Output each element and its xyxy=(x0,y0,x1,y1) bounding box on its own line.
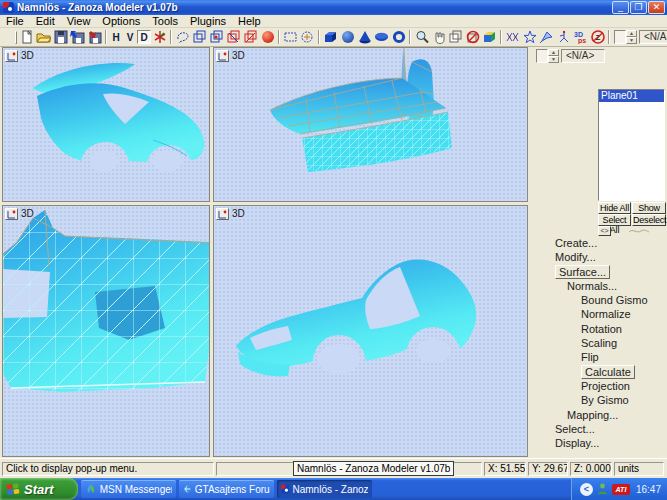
forbid-box-icon[interactable] xyxy=(464,30,481,45)
export-icon[interactable] xyxy=(86,30,103,45)
start-button[interactable]: Start xyxy=(0,478,78,500)
primitive-torus-icon[interactable] xyxy=(390,30,407,45)
save-icon[interactable] xyxy=(52,30,69,45)
textured-box-icon[interactable] xyxy=(481,30,498,45)
toggle-d-button[interactable]: D xyxy=(137,30,151,44)
box-clone-red-icon[interactable] xyxy=(242,30,259,45)
restore-button[interactable]: ❐ xyxy=(630,1,647,14)
marquee-circle-icon[interactable] xyxy=(299,30,316,45)
panel-resize-handle[interactable] xyxy=(612,226,665,236)
menu-label: Rotation xyxy=(581,323,622,335)
z-forbid-icon[interactable]: Z xyxy=(589,30,606,45)
toolbar-grip[interactable] xyxy=(15,31,17,44)
axes-star-icon[interactable] xyxy=(151,30,168,45)
lasso-select-icon[interactable] xyxy=(174,30,191,45)
primitive-cube-icon[interactable] xyxy=(322,30,339,45)
sphere-red-icon[interactable] xyxy=(259,30,276,45)
menu-tools[interactable]: Tools xyxy=(146,15,184,27)
menu-label: Bound Gismo xyxy=(581,294,648,306)
expand-toggle-button[interactable]: <> xyxy=(598,226,611,236)
messenger-tray-icon[interactable] xyxy=(597,483,608,495)
weld-x-icon[interactable] xyxy=(504,30,521,45)
minimize-button[interactable]: _ xyxy=(612,1,629,14)
box-wire-blue-icon[interactable] xyxy=(191,30,208,45)
viewport-3d-top-left[interactable]: 3D xyxy=(2,47,210,202)
title-bar: Namnlös - Zanoza Modeler v1.07b _ ❐ ✕ xyxy=(0,0,667,15)
sidebar-menu-surface[interactable]: Surface... xyxy=(555,265,665,279)
viewport-label: 3D xyxy=(21,208,34,219)
viewport-label: 3D xyxy=(232,50,245,61)
primitive-disc-icon[interactable] xyxy=(373,30,390,45)
viewport-menu-button[interactable] xyxy=(216,208,229,220)
new-file-icon[interactable] xyxy=(18,30,35,45)
sidebar-na-dropdown[interactable]: <N/A> xyxy=(561,49,605,63)
wave-icon xyxy=(628,228,650,234)
viewport-menu-button[interactable] xyxy=(216,50,229,62)
collapse-chevron-icon[interactable]: < xyxy=(580,483,593,496)
viewport-menu-button[interactable] xyxy=(5,208,18,220)
task-gtasajtens-forum[interactable]: GTAsajtens Forum (P... xyxy=(179,480,274,498)
taskbar-clock[interactable]: 16:47 xyxy=(636,484,661,495)
menu-label: Normals... xyxy=(567,280,617,292)
import-icon[interactable] xyxy=(69,30,86,45)
menu-help[interactable]: Help xyxy=(232,15,267,27)
viewport-label: 3D xyxy=(232,208,245,219)
sidebar-menu-projection[interactable]: Projection xyxy=(581,379,665,393)
task-zanoza-modeler[interactable]: Namnlös - Zanoza Mo... xyxy=(277,480,372,498)
sidebar-menu-select[interactable]: Select... xyxy=(555,422,665,436)
viewport-3d-bottom-left[interactable]: 3D xyxy=(2,205,210,457)
sidebar-menu-normals[interactable]: Normals... xyxy=(567,279,665,293)
viewport-3d-top-right[interactable]: 3D xyxy=(213,47,528,202)
toolbar-spinner[interactable]: ▲▼ xyxy=(614,30,637,44)
sidebar-menu-modify[interactable]: Modify... xyxy=(555,250,665,264)
ati-tray-icon[interactable]: ATI xyxy=(612,484,630,495)
menu-edit[interactable]: Edit xyxy=(30,15,61,27)
viewport-menu-button[interactable] xyxy=(5,50,18,62)
box-wire-blue2-icon[interactable] xyxy=(208,30,225,45)
kite-tool-icon[interactable] xyxy=(538,30,555,45)
star-tool-icon[interactable] xyxy=(521,30,538,45)
marquee-rect-icon[interactable] xyxy=(282,30,299,45)
show-all-button[interactable]: Show All xyxy=(632,202,666,214)
task-msn-messenger[interactable]: MSN Messenger xyxy=(81,480,176,498)
menu-view[interactable]: View xyxy=(61,15,97,27)
sidebar-menu-display[interactable]: Display... xyxy=(555,436,665,450)
toggle-v-button[interactable]: V xyxy=(123,30,137,44)
psd-3d-icon[interactable]: 3Dps xyxy=(572,30,589,45)
menu-plugins[interactable]: Plugins xyxy=(184,15,232,27)
messenger-icon xyxy=(85,483,97,495)
sidebar-menu-flip[interactable]: Flip xyxy=(581,350,665,364)
primitive-sphere-icon[interactable] xyxy=(339,30,356,45)
sidebar-spinner[interactable]: ▲▼ xyxy=(536,49,559,63)
sidebar-menu-rotation[interactable]: Rotation xyxy=(581,322,665,336)
sidebar-menu-normalize[interactable]: Normalize xyxy=(581,307,665,321)
menu-label: Mapping... xyxy=(567,409,618,421)
deselect-button[interactable]: Deselect xyxy=(632,214,666,226)
viewport-3d-bottom-right[interactable]: 3D xyxy=(213,205,528,457)
pan-hand-icon[interactable] xyxy=(430,30,447,45)
box-delete-red-icon[interactable] xyxy=(225,30,242,45)
sidebar-menu-bound-gismo[interactable]: Bound Gismo xyxy=(581,293,665,307)
wire-box-icon[interactable] xyxy=(447,30,464,45)
window-title: Namnlös - Zanoza Modeler v1.07b xyxy=(17,2,178,13)
menu-label: Modify... xyxy=(555,251,596,263)
sidebar-menu-mapping[interactable]: Mapping... xyxy=(567,408,665,422)
menu-label: Surface... xyxy=(555,265,610,279)
open-folder-icon[interactable] xyxy=(35,30,52,45)
toggle-h-button[interactable]: H xyxy=(109,30,123,44)
sidebar-menu-scaling[interactable]: Scaling xyxy=(581,336,665,350)
sidebar-menu-by-gismo[interactable]: By Gismo xyxy=(581,393,665,407)
zoom-icon[interactable] xyxy=(413,30,430,45)
primitive-cone-icon[interactable] xyxy=(356,30,373,45)
menu-file[interactable]: File xyxy=(0,15,30,27)
axis-tool-icon[interactable] xyxy=(555,30,572,45)
hide-all-button[interactable]: Hide All xyxy=(598,202,631,214)
menu-options[interactable]: Options xyxy=(96,15,146,27)
close-button[interactable]: ✕ xyxy=(648,1,665,14)
sidebar-menu-calculate[interactable]: Calculate xyxy=(581,365,665,379)
toolbar-na-dropdown[interactable]: <N/A> xyxy=(639,30,667,44)
list-item-plane01[interactable]: Plane01 xyxy=(599,90,664,102)
sidebar-menu-create[interactable]: Create... xyxy=(555,236,665,250)
objects-listbox[interactable]: Plane01 xyxy=(598,89,665,201)
select-all-button[interactable]: Select All xyxy=(598,214,631,226)
